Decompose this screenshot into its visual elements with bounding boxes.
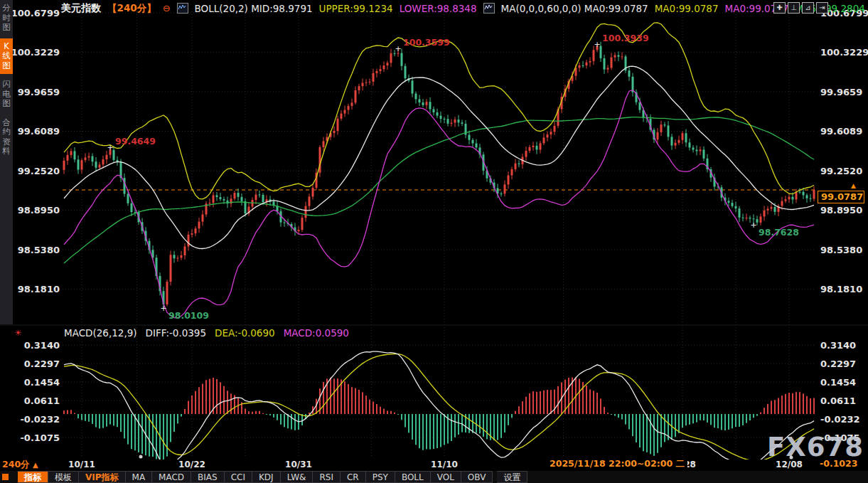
y-axis-left-label: 98.5380 <box>18 245 60 255</box>
collapse-icon[interactable]: ⊖ <box>163 3 171 14</box>
toolbar-item-设置[interactable]: 设置 <box>497 471 527 483</box>
toolbar-item-KDJ[interactable]: KDJ <box>252 471 281 483</box>
y-axis-left-label: 100.6799 <box>11 8 60 18</box>
toolbar-square-icon <box>2 474 9 480</box>
toolbar-item-CR[interactable]: CR <box>341 471 366 483</box>
boll-values: BOLL(20,2) MID:98.9791 <box>195 3 313 14</box>
extreme-marker-icon: + <box>107 143 113 152</box>
macd-axis-right-label: 0.1454 <box>820 377 856 388</box>
macd-header: MACD(26,12,9) DIFF:-0.0395 DEA:-0.0690 M… <box>64 327 349 339</box>
macd-axis-left-label: 0.3140 <box>24 340 60 351</box>
sidebar: 分 时 图K 线 图闪 电 图合 约 资 料 <box>0 0 13 324</box>
price-annotation: 100.3939 <box>602 33 649 43</box>
macd-settings-icon[interactable]: ☀ <box>14 328 22 338</box>
ma0-yellow-value: MA0:99.0787 <box>655 3 719 14</box>
sidebar-tab-2[interactable]: 闪 电 图 <box>0 76 13 112</box>
toolbar-item-OBV[interactable]: OBV <box>461 471 493 483</box>
price-annotation: 99.4649 <box>115 136 156 147</box>
macd-diff-line <box>64 351 814 469</box>
y-axis-left-label: 99.2520 <box>18 166 60 176</box>
macd-diff-value: DIFF:-0.0395 <box>146 327 207 339</box>
macd-axis-right-label: 0.2297 <box>820 359 856 369</box>
candles <box>63 42 815 308</box>
boll-lower-value: LOWER:98.8348 <box>400 3 477 14</box>
macd-axis-right-label: -0.0232 <box>820 414 860 425</box>
shift-right-icon[interactable]: ⇥ <box>816 2 828 14</box>
y-axis-right-label: 99.2520 <box>820 166 862 176</box>
ma-indicator-icon[interactable] <box>483 3 495 14</box>
macd-axis-right-label: 0.0611 <box>820 396 856 406</box>
toolbar-item-CCI[interactable]: CCI <box>225 471 252 483</box>
sidebar-tab-0[interactable]: 分 时 图 <box>0 0 13 36</box>
boll-upper-value: UPPER:99.1234 <box>319 3 393 14</box>
macd-macd-value: MACD:0.0590 <box>284 327 349 339</box>
toolbar-item-指标[interactable]: 指标 <box>18 471 48 483</box>
period-selector[interactable]: 240分 ▲ <box>2 459 38 471</box>
macd-dea-line <box>64 354 814 461</box>
watermark: FX678 <box>767 434 864 460</box>
current-price-tag: 99.0787 <box>818 191 864 203</box>
macd-axis-right-label: 0.3140 <box>820 340 856 351</box>
toolbar-item-RSI[interactable]: RSI <box>313 471 341 483</box>
crosshair-date-label: 2025/11/18 22:00~02:00 二 <box>547 458 687 469</box>
extreme-marker-icon: + <box>160 304 166 313</box>
sidebar-tab-1[interactable]: K 线 图 <box>0 38 13 75</box>
extreme-marker-icon: + <box>750 221 756 230</box>
macd-axis-left-label: -0.1075 <box>20 432 60 443</box>
indicator-toolbar: 指标模板VIP指标MAMACDBIASCCIKDJLW&RSICRPSYBOLL… <box>0 471 868 483</box>
boll-mid-line <box>64 66 814 248</box>
toolbar-item-VIP指标[interactable]: VIP指标 <box>79 471 126 483</box>
period-dropdown-arrow-icon[interactable]: ▲ <box>33 461 38 469</box>
move-tool-icon[interactable]: ✚ <box>773 2 786 14</box>
toolbar-item-MACD[interactable]: MACD <box>152 471 191 483</box>
toolbar-item-BIAS[interactable]: BIAS <box>191 471 225 483</box>
y-axis-left-label: 99.9659 <box>18 87 60 97</box>
price-annotation: 98.7628 <box>759 227 799 238</box>
y-axis-right-label: 98.1810 <box>820 284 862 294</box>
macd-axis-left-label: -0.0232 <box>20 414 60 425</box>
period-badge: 【240分】 <box>107 2 156 15</box>
macd-dea-value: DEA:-0.0690 <box>215 327 275 339</box>
toolbar-item-BOLL[interactable]: BOLL <box>395 471 431 483</box>
y-axis-left-label: 98.1810 <box>18 284 60 294</box>
y-axis-right-label: 99.9659 <box>820 87 862 97</box>
x-axis-tick: 10/22 <box>178 460 205 469</box>
gridlines <box>63 9 816 456</box>
toolbar-item-MA[interactable]: MA <box>126 471 153 483</box>
axis-scale-icon[interactable]: ⊥ <box>788 2 800 14</box>
macd-histogram <box>63 377 815 464</box>
boll-upper-line <box>64 23 814 199</box>
y-axis-left-label: 99.6089 <box>18 126 60 137</box>
toolbar-item-LW&[interactable]: LW& <box>281 471 314 483</box>
price-up-arrow-icon: ▲ <box>851 182 856 189</box>
extreme-marker-icon: + <box>395 44 401 53</box>
y-axis-right-label: 99.6089 <box>820 126 862 137</box>
macd-title: MACD(26,12,9) <box>64 327 137 339</box>
macd-axis-left-label: 0.1454 <box>24 377 60 388</box>
x-axis-tick: 10/31 <box>285 460 312 469</box>
boll-lower-line <box>64 90 814 318</box>
axis-play-icon[interactable]: ⊿ <box>802 2 814 14</box>
macd-axis-left-label: 0.0611 <box>24 396 60 406</box>
x-axis-tick: 11/10 <box>431 460 458 469</box>
axis-dot-icon <box>139 455 143 459</box>
x-axis-tick: 10/11 <box>68 460 95 469</box>
toolbar-item-模板[interactable]: 模板 <box>48 471 79 483</box>
y-axis-left-label: 100.3229 <box>11 47 60 58</box>
price-annotation: 98.0109 <box>168 310 209 321</box>
macd-axis-left-label: 0.2297 <box>24 359 60 369</box>
toolbar-item-VOL[interactable]: VOL <box>431 471 461 483</box>
boll-indicator-icon[interactable] <box>177 3 188 14</box>
chart-header: 美元指数 【240分】 ⊖ BOLL(20,2) MID:98.9791 UPP… <box>61 2 865 14</box>
sidebar-tab-3[interactable]: 合 约 资 料 <box>0 115 13 160</box>
chart-canvas[interactable]: 100.6799100.6799100.3229100.322999.96599… <box>0 0 868 471</box>
extreme-marker-icon: + <box>594 40 600 49</box>
chart-tools: ✚ ⊥ ⊿ ⇥ <box>773 2 828 14</box>
y-axis-right-label: 98.8950 <box>820 205 862 216</box>
y-axis-right-label: 98.5380 <box>820 245 862 255</box>
toolbar-item-PSY[interactable]: PSY <box>366 471 395 483</box>
y-axis-right-label: 100.3229 <box>820 47 868 58</box>
symbol-name: 美元指数 <box>61 2 101 15</box>
y-axis-left-label: 98.8950 <box>18 205 60 216</box>
price-annotation: 100.3599 <box>403 37 450 48</box>
